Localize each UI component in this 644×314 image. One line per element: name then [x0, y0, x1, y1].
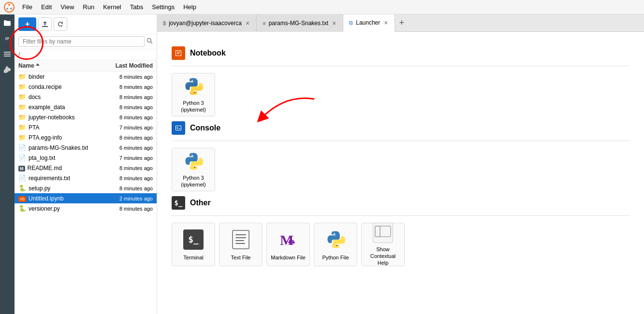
tab-params-mg-snakes.txt[interactable]: ≡ params-MG-Snakes.txt ×	[257, 14, 343, 32]
svg-point-2	[6, 8, 8, 10]
sidebar-icons: IP	[0, 14, 15, 314]
new-tab-button[interactable]: +	[395, 18, 408, 28]
launcher-item-textfile[interactable]: Text File	[219, 223, 263, 266]
tab-close-button[interactable]: ×	[331, 20, 337, 27]
list-item[interactable]: 📁 PTA 7 minutes ago	[15, 122, 157, 132]
launcher-item-pythonfile[interactable]: Python File	[314, 223, 357, 266]
python-console-icon	[182, 151, 205, 171]
file-date: 8 minutes ago	[100, 74, 153, 80]
svg-rect-23	[375, 226, 380, 237]
header-name: Name	[18, 62, 90, 69]
svg-point-9	[191, 80, 193, 81]
file-icon: 🐍	[18, 205, 26, 212]
sidebar-icon-menu[interactable]	[0, 47, 14, 61]
sidebar-icon-folder[interactable]	[0, 16, 14, 30]
tab-close-button[interactable]: ×	[383, 19, 389, 26]
file-date: 6 minutes ago	[100, 145, 153, 151]
file-date: 8 minutes ago	[100, 206, 153, 212]
svg-point-3	[10, 8, 12, 10]
list-item[interactable]: 📁 jupyter-notebooks 8 minutes ago	[15, 112, 157, 122]
launcher-item-contextual-help[interactable]: Show Contextual Help	[361, 223, 405, 266]
list-item[interactable]: 🐍 setup.py 8 minutes ago	[15, 183, 157, 193]
tab-jovyan@jupyter-isaacoverca[interactable]: $ jovyan@jupyter-isaacoverca ×	[157, 14, 257, 32]
file-date: 7 minutes ago	[100, 155, 153, 161]
menu-file[interactable]: File	[18, 2, 36, 12]
launcher-item-terminal[interactable]: $_ Terminal	[172, 223, 215, 266]
other-divider	[172, 215, 629, 216]
file-name: README.md	[28, 165, 100, 171]
file-date: 7 minutes ago	[100, 125, 153, 130]
list-item[interactable]: 📁 docs 8 minutes ago	[15, 92, 157, 102]
menu-help[interactable]: Help	[179, 2, 200, 12]
svg-rect-22	[375, 226, 391, 237]
file-icon: 📄	[18, 144, 26, 151]
textfile-icon	[229, 228, 252, 251]
file-name: PTA	[29, 124, 100, 131]
list-item[interactable]: 📄 requirements.txt 8 minutes ago	[15, 173, 157, 183]
terminal-label: Terminal	[183, 254, 204, 261]
file-icon: 📁	[18, 114, 26, 121]
list-item[interactable]: 📁 conda.recipe 8 minutes ago	[15, 82, 157, 92]
tab-icon: $	[163, 20, 166, 26]
svg-point-11	[191, 155, 193, 156]
file-icon: 📁	[18, 124, 26, 131]
section-console-title: Console	[172, 121, 629, 135]
list-item[interactable]: 📄 params-MG-Snakes.txt 6 minutes ago	[15, 143, 157, 153]
file-list: 📁 binder 8 minutes ago 📁 conda.recipe 8 …	[15, 71, 157, 314]
file-icon: 📁	[18, 134, 26, 141]
list-item[interactable]: 📁 PTA.egg-info 8 minutes ago	[15, 132, 157, 143]
tab-icon: ≡	[263, 20, 265, 26]
header-modified: Last Modified	[90, 62, 153, 69]
file-name: versioner.py	[29, 205, 100, 212]
tab-close-button[interactable]: ×	[245, 20, 250, 27]
terminal-icon: $_	[182, 228, 205, 251]
list-item[interactable]: nb Untitled.ipynb 2 minutes ago	[15, 193, 157, 203]
file-date: 2 minutes ago	[100, 196, 153, 201]
upload-button[interactable]	[38, 17, 52, 31]
svg-rect-13	[233, 230, 249, 249]
list-item[interactable]: M README.md 8 minutes ago	[15, 163, 157, 173]
launcher-item-markdown[interactable]: M Markdown File	[266, 223, 310, 266]
file-list-header: Name Last Modified	[15, 60, 157, 71]
file-date: 8 minutes ago	[100, 94, 153, 100]
refresh-button[interactable]	[54, 17, 67, 31]
launcher-item-python3-notebook[interactable]: Python 3(ipykernel)	[172, 73, 215, 116]
file-icon: M	[18, 164, 25, 171]
menu-view[interactable]: View	[57, 2, 78, 12]
svg-rect-5	[4, 54, 11, 55]
list-item[interactable]: 🐍 versioner.py 8 minutes ago	[15, 203, 157, 214]
menu-edit[interactable]: Edit	[37, 2, 56, 12]
file-icon: nb	[18, 195, 26, 202]
svg-rect-6	[4, 56, 11, 57]
textfile-icon-box	[231, 229, 251, 250]
menu-tabs[interactable]: Tabs	[126, 2, 147, 12]
python3-console-label: Python 3(ipykernel)	[181, 174, 205, 188]
menu-settings[interactable]: Settings	[148, 2, 178, 12]
search-button[interactable]	[146, 38, 153, 45]
list-item[interactable]: 📁 binder 8 minutes ago	[15, 71, 157, 82]
search-input[interactable]	[18, 36, 145, 47]
section-notebook-title: Notebook	[172, 46, 629, 60]
console-section-icon	[172, 121, 185, 135]
file-date: 8 minutes ago	[100, 114, 153, 120]
launcher-item-python3-console[interactable]: Python 3(ipykernel)	[172, 148, 215, 191]
file-date: 8 minutes ago	[100, 135, 153, 141]
list-item[interactable]: 📄 pta_log.txt 7 minutes ago	[15, 153, 157, 163]
file-icon: 📁	[18, 83, 26, 90]
menubar: File Edit View Run Kernel Tabs Settings …	[0, 0, 644, 14]
breadcrumb: /	[15, 49, 157, 60]
list-item[interactable]: 📁 example_data 8 minutes ago	[15, 102, 157, 112]
new-button[interactable]: +	[18, 17, 36, 31]
content-area: $ jovyan@jupyter-isaacoverca × ≡ params-…	[157, 14, 644, 314]
sidebar-icon-extensions[interactable]	[0, 63, 14, 76]
svg-point-1	[8, 4, 10, 6]
tab-launcher[interactable]: ⧉ Launcher ×	[343, 14, 395, 32]
sidebar-icon-ip[interactable]: IP	[0, 32, 14, 45]
notebook-divider	[172, 66, 629, 66]
menu-run[interactable]: Run	[79, 2, 98, 12]
menu-kernel[interactable]: Kernel	[99, 2, 125, 12]
plus-icon: +	[25, 20, 29, 29]
file-name: jupyter-notebooks	[29, 114, 100, 121]
svg-point-10	[194, 92, 195, 93]
console-divider	[172, 141, 629, 141]
